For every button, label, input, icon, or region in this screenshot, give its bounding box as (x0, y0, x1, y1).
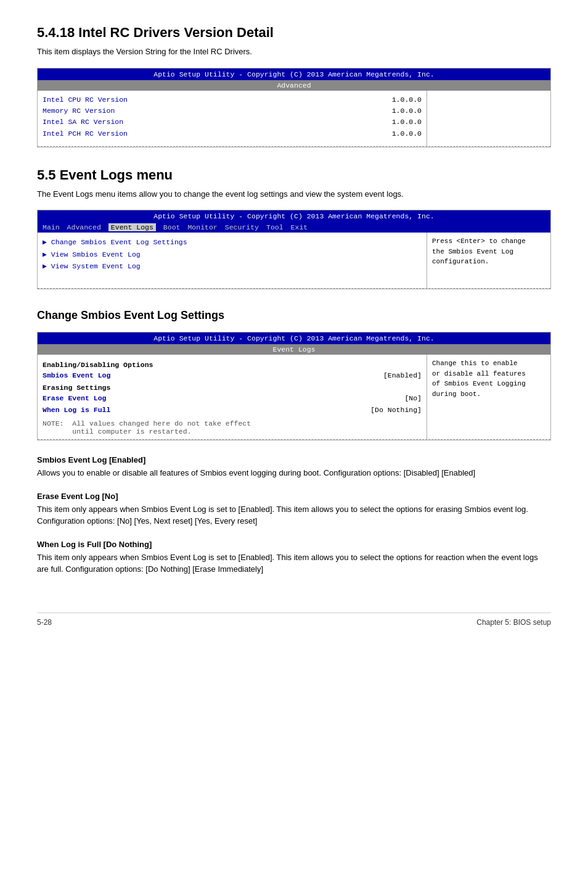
bios-screen-1-left: Intel CPU RC Version1.0.0.0Memory RC Ver… (38, 91, 427, 146)
bios-screen-2-header: Aptio Setup Utility - Copyright (C) 2013… (38, 210, 550, 222)
bios-screen-3-header: Aptio Setup Utility - Copyright (C) 2013… (38, 332, 550, 344)
page-footer: 5-28 Chapter 5: BIOS setup (37, 613, 551, 627)
subsection-when-log-is-full-body: This item only appears when Smbios Event… (37, 551, 551, 576)
subsection-smbios-event-log: Smbios Event Log [Enabled]Allows you to … (37, 455, 551, 479)
bios-tab[interactable]: Advanced (67, 223, 101, 231)
bios-menu-item[interactable]: Change Smbios Event Log Settings (43, 236, 422, 249)
bios-item: When Log is Full[Do Nothing] (43, 405, 422, 416)
section-change-smbios: Change Smbios Event Log Settings Aptio S… (37, 309, 551, 576)
bios-screen-3-body: Enabling/Disabling OptionsSmbios Event L… (38, 355, 550, 439)
section-5-5-heading: 5.5 Event Logs menu (37, 167, 551, 183)
subsection-when-log-is-full: When Log is Full [Do Nothing]This item o… (37, 540, 551, 576)
bios-screen-2-right: Press <Enter> to change the Smbios Event… (427, 233, 550, 288)
bios-screen-2-tabbar: MainAdvancedEvent LogsBootMonitorSecurit… (38, 222, 550, 233)
section-5-4-18-heading: 5.4.18 Intel RC Drivers Version Detail (37, 25, 551, 41)
bios-tab[interactable]: Tool (266, 223, 284, 231)
bios-item: Intel CPU RC Version1.0.0.0 (43, 94, 422, 105)
section-5-5: 5.5 Event Logs menu The Event Logs menu … (37, 167, 551, 290)
bios-screen-1: Aptio Setup Utility - Copyright (C) 2013… (37, 68, 551, 147)
section-5-5-desc: The Event Logs menu items allow you to c… (37, 188, 551, 200)
bios-item: Smbios Event Log[Enabled] (43, 370, 422, 381)
bios-tab[interactable]: Exit (291, 223, 308, 231)
section-5-4-18-desc: This item displays the Version String fo… (37, 46, 551, 58)
bios-screen-3-right: Change this to enable or disable all fea… (427, 355, 550, 439)
bios-item: Intel PCH RC Version1.0.0.0 (43, 128, 422, 139)
subsections-container: Smbios Event Log [Enabled]Allows you to … (37, 455, 551, 576)
bios-item: Memory RC Version1.0.0.0 (43, 105, 422, 117)
bios-menu-item[interactable]: View Smbios Event Log (43, 249, 422, 261)
footer-right: Chapter 5: BIOS setup (476, 618, 551, 627)
bios-section-label: Erasing Settings (43, 384, 422, 392)
bios-item: Erase Event Log[No] (43, 393, 422, 404)
subsection-smbios-event-log-body: Allows you to enable or disable all feat… (37, 467, 551, 479)
subsection-erase-event-log: Erase Event Log [No]This item only appea… (37, 492, 551, 527)
section-5-4-18: 5.4.18 Intel RC Drivers Version Detail T… (37, 25, 551, 147)
section-change-smbios-heading: Change Smbios Event Log Settings (37, 309, 551, 322)
footer-left: 5-28 (37, 618, 52, 627)
subsection-erase-event-log-body: This item only appears when Smbios Event… (37, 503, 551, 527)
bios-tab[interactable]: Main (43, 223, 60, 231)
bios-note: NOTE: All values changed here do not tak… (43, 419, 422, 435)
bios-tab[interactable]: Event Logs (108, 223, 156, 231)
bios-screen-2-body: Change Smbios Event Log SettingsView Smb… (38, 233, 550, 288)
subsection-erase-event-log-heading: Erase Event Log [No] (37, 492, 551, 501)
bios-section-label: Enabling/Disabling Options (43, 361, 422, 369)
bios-item: Intel SA RC Version1.0.0.0 (43, 117, 422, 128)
bios-screen-1-tab: Advanced (38, 80, 550, 91)
bios-screen-3-left: Enabling/Disabling OptionsSmbios Event L… (38, 355, 427, 439)
bios-screen-1-header: Aptio Setup Utility - Copyright (C) 2013… (38, 68, 550, 80)
bios-screen-2: Aptio Setup Utility - Copyright (C) 2013… (37, 210, 551, 289)
bios-screen-3-tab: Event Logs (38, 344, 550, 355)
bios-screen-2-left: Change Smbios Event Log SettingsView Smb… (38, 233, 427, 288)
bios-tab[interactable]: Boot (163, 223, 181, 231)
bios-screen-1-body: Intel CPU RC Version1.0.0.0Memory RC Ver… (38, 91, 550, 146)
bios-screen-3: Aptio Setup Utility - Copyright (C) 2013… (37, 332, 551, 440)
subsection-when-log-is-full-heading: When Log is Full [Do Nothing] (37, 540, 551, 549)
bios-tab[interactable]: Security (225, 223, 259, 231)
bios-screen-1-right (427, 91, 550, 146)
subsection-smbios-event-log-heading: Smbios Event Log [Enabled] (37, 455, 551, 464)
bios-menu-item[interactable]: View System Event Log (43, 260, 422, 273)
bios-tab[interactable]: Monitor (187, 223, 217, 231)
